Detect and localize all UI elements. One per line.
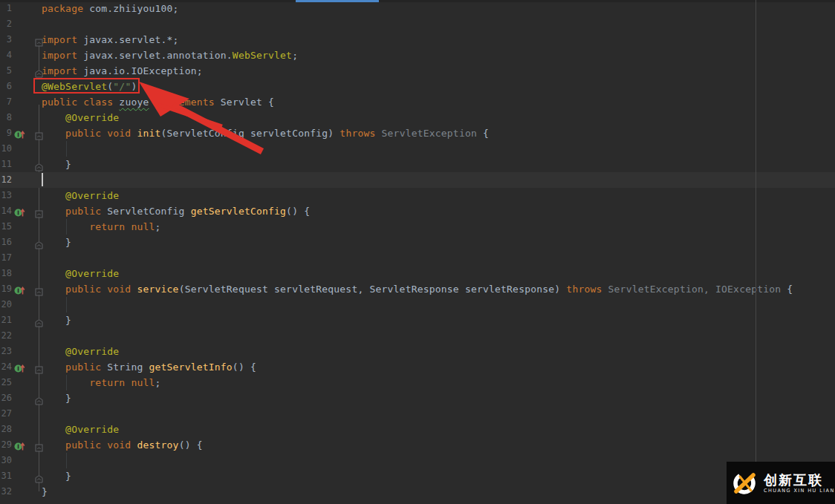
token-meth: getServletInfo [149, 361, 232, 373]
token-kw: import [42, 65, 83, 76]
code-line[interactable]: 22 [0, 328, 835, 344]
line-number[interactable]: 32 [0, 484, 12, 500]
code-line[interactable]: 27 [0, 406, 835, 422]
code-line[interactable]: 4import javax.servlet.annotation.WebServ… [0, 48, 835, 63]
line-number[interactable]: 4 [0, 48, 12, 63]
line-number[interactable]: 2 [0, 16, 12, 32]
line-number[interactable]: 23 [0, 344, 12, 359]
line-number[interactable]: 27 [0, 406, 12, 422]
code-text: import java.io.IOException; [42, 63, 203, 79]
line-number[interactable]: 13 [0, 188, 12, 203]
line-number[interactable]: 20 [0, 297, 12, 312]
code-line[interactable]: 19 public void service(ServletRequest se… [0, 281, 835, 297]
code-line[interactable]: 11 } [0, 157, 835, 172]
override-gutter-icon[interactable] [14, 362, 25, 372]
code-line[interactable]: 8 @Override [0, 110, 835, 125]
code-text: public ServletConfig getServletConfig() … [42, 203, 310, 219]
line-number[interactable]: 8 [0, 110, 12, 125]
line-number[interactable]: 30 [0, 453, 12, 468]
token-ann: WebServlet [233, 50, 292, 61]
code-line[interactable]: 18 @Override [0, 266, 835, 281]
code-line[interactable]: 23 @Override [0, 344, 835, 359]
text-caret [42, 173, 43, 186]
code-line[interactable]: 10 [0, 141, 835, 157]
code-line[interactable]: 12 [0, 172, 835, 188]
token-ann: @Override [42, 112, 119, 123]
token-kw: throws [334, 128, 381, 139]
code-line[interactable]: 31 } [0, 468, 835, 484]
token-def: } [42, 237, 71, 248]
code-text: @Override [42, 188, 119, 203]
code-line[interactable]: 26 } [0, 390, 835, 406]
line-number[interactable]: 24 [0, 359, 12, 375]
token-def: javax.servlet.annotation. [83, 50, 233, 61]
code-line[interactable]: 9 public void init(ServletConfig servlet… [0, 125, 835, 141]
token-kw: public [42, 361, 107, 373]
line-number[interactable]: 14 [0, 203, 12, 219]
line-number[interactable]: 16 [0, 235, 12, 250]
code-line[interactable]: 13 @Override [0, 188, 835, 203]
code-line[interactable]: 28 @Override [0, 422, 835, 437]
code-line[interactable]: 3import javax.servlet.*; [0, 32, 835, 48]
code-line[interactable]: 20 [0, 297, 835, 312]
line-number[interactable]: 21 [0, 312, 12, 328]
code-text: @Override [42, 266, 119, 281]
code-line[interactable]: 7public class zuoye implements Servlet { [0, 94, 835, 110]
token-def: (ServletRequest servletRequest, ServletR… [179, 284, 561, 295]
line-number[interactable]: 28 [0, 422, 12, 437]
indent-guide [66, 297, 67, 312]
override-gutter-icon[interactable] [14, 284, 25, 294]
code-line[interactable]: 21 } [0, 312, 835, 328]
code-line[interactable]: 15 return null; [0, 219, 835, 235]
token-warn: zuoye [119, 96, 149, 108]
code-line[interactable]: 29 public void destroy() { [0, 437, 835, 453]
code-line[interactable]: 17 [0, 250, 835, 266]
code-line[interactable]: 25 return null; [0, 375, 835, 390]
code-line[interactable]: 2 [0, 16, 835, 32]
line-number[interactable]: 1 [0, 1, 12, 16]
override-gutter-icon[interactable] [14, 128, 25, 138]
code-text: public String getServletInfo() { [42, 359, 256, 375]
line-number[interactable]: 11 [0, 157, 12, 172]
line-number[interactable]: 12 [0, 172, 12, 188]
code-line[interactable]: 14 public ServletConfig getServletConfig… [0, 203, 835, 219]
override-gutter-icon[interactable] [14, 440, 25, 450]
line-number[interactable]: 22 [0, 328, 12, 344]
line-number[interactable]: 29 [0, 437, 12, 453]
override-gutter-icon[interactable] [14, 206, 25, 216]
token-meth: service [137, 284, 178, 295]
token-meth: destroy [137, 439, 178, 451]
line-number[interactable]: 6 [0, 79, 12, 94]
token-meth: getServletConfig [191, 206, 286, 217]
line-number[interactable]: 7 [0, 94, 12, 110]
line-number[interactable]: 9 [0, 125, 12, 141]
line-number[interactable]: 31 [0, 468, 12, 484]
line-number[interactable]: 10 [0, 141, 12, 157]
code-line[interactable]: 16 } [0, 235, 835, 250]
token-def: } [42, 315, 71, 326]
code-text: @Override [42, 422, 119, 437]
code-line[interactable]: 5import java.io.IOException; [0, 63, 835, 79]
token-ann: @Override [42, 268, 119, 279]
line-number[interactable]: 19 [0, 281, 12, 297]
token-def: } [42, 159, 71, 170]
code-text: import javax.servlet.annotation.WebServl… [42, 48, 298, 63]
code-text: public class zuoye implements Servlet { [42, 94, 274, 110]
line-number[interactable]: 17 [0, 250, 12, 266]
code-text: public void destroy() { [42, 437, 203, 453]
line-number[interactable]: 18 [0, 266, 12, 281]
code-line[interactable]: 24 public String getServletInfo() { [0, 359, 835, 375]
code-text: public void init(ServletConfig servletCo… [42, 125, 489, 141]
line-number[interactable]: 5 [0, 63, 12, 79]
token-kw: public void [42, 439, 137, 451]
code-text: package com.zhiiyou100; [42, 1, 179, 16]
code-line[interactable]: 30 [0, 453, 835, 468]
code-text: import javax.servlet.*; [42, 32, 179, 48]
code-line[interactable]: 1package com.zhiiyou100; [0, 1, 835, 16]
line-number[interactable]: 26 [0, 390, 12, 406]
token-def: { [477, 128, 489, 139]
line-number[interactable]: 25 [0, 375, 12, 390]
line-number[interactable]: 3 [0, 32, 12, 48]
code-line[interactable]: 32} [0, 484, 835, 500]
line-number[interactable]: 15 [0, 219, 12, 235]
